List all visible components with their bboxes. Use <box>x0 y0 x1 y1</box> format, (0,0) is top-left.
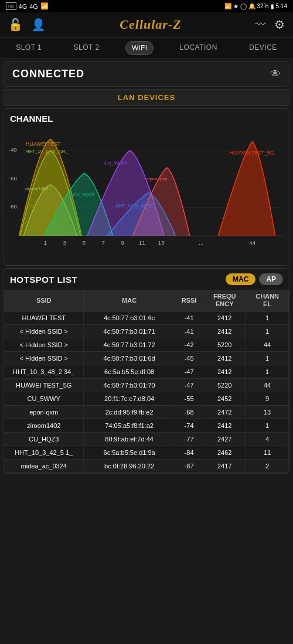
svg-text:3: 3 <box>63 239 66 246</box>
hotspot-section: HOTSPOT LIST MAC AP SSID MAC RSSI FREQUE… <box>4 268 289 474</box>
table-row: < Hidden SSID > 4c:50:77:b3:01:6d -45 24… <box>4 352 289 365</box>
table-row: midea_ac_0324 bc:0f:28:96:20:22 -87 2417… <box>4 460 289 473</box>
cell-ssid: < Hidden SSID > <box>4 325 84 338</box>
alarm-icon: ◯ <box>240 3 247 9</box>
svg-text:-60: -60 <box>9 175 18 181</box>
cell-rssi: -41 <box>175 311 203 325</box>
table-row: epon-qxm 2c:dd:95:f9:fb:e2 -68 2472 13 <box>4 406 289 419</box>
table-row: HUAWEI TEST_5G 4c:50:77:b3:01:70 -47 522… <box>4 379 289 392</box>
cell-channel: 4 <box>246 433 289 446</box>
cell-ssid: < Hidden SSID > <box>4 338 84 352</box>
cell-rssi: -84 <box>175 446 203 460</box>
cell-rssi: -47 <box>175 379 203 392</box>
svg-text:9: 9 <box>121 239 124 246</box>
table-row: HHT_10_3_48_2 34_ 6c:5a:b5:5e:df:08 -47 … <box>4 365 289 379</box>
battery-pct: 32% <box>257 3 269 9</box>
cell-channel: 9 <box>246 392 289 406</box>
cell-rssi: -42 <box>175 338 203 352</box>
cell-mac: 80:9f:ab:ef:7d:44 <box>84 433 175 446</box>
eye-icon[interactable]: 👁︎ <box>270 68 281 80</box>
svg-text:-80: -80 <box>9 203 18 210</box>
cell-rssi: -68 <box>175 406 203 419</box>
gear-icon[interactable]: ⚙ <box>274 18 285 32</box>
tab-location[interactable]: LOCATION <box>173 41 223 55</box>
col-freq: FREQUENCY <box>203 290 246 311</box>
channel-title: CHANNEL <box>8 114 285 124</box>
table-row: HUAWEI TEST 4c:50:77:b3:01:6c -41 2412 1 <box>4 311 289 325</box>
cell-channel: 1 <box>246 365 289 379</box>
table-row: HHT_10_3_42_5 1_ 6c:5a:b5:5e:d1:9a -84 2… <box>4 446 289 460</box>
mac-button[interactable]: MAC <box>226 273 255 285</box>
cell-rssi: -74 <box>175 419 203 433</box>
table-row: ziroom1402 74:05:a5:f8:f1:a2 -74 2412 1 <box>4 419 289 433</box>
app-header: 🔓 👤 Cellular-Z 〰 ⚙ <box>0 12 293 37</box>
tab-slot2[interactable]: SLOT 2 <box>68 41 105 55</box>
col-chan: CHANNEL <box>246 290 289 311</box>
tab-slot1[interactable]: SLOT 1 <box>10 41 47 55</box>
svg-text:13: 13 <box>158 239 165 246</box>
cell-freq: 2412 <box>203 325 246 338</box>
cell-freq: 2462 <box>203 446 246 460</box>
cell-ssid: HUAWEI TEST <box>4 311 84 325</box>
col-rssi: RSSI <box>175 290 203 311</box>
connected-label: CONNECTED <box>12 68 84 80</box>
lock-icon[interactable]: 🔓 <box>8 18 23 32</box>
cell-ssid: HHT_10_3_42_5 1_ <box>4 446 84 460</box>
col-ssid: SSID <box>4 290 84 311</box>
cell-mac: 4c:50:77:b3:01:70 <box>84 379 175 392</box>
lan-devices-bar[interactable]: LAN DEVICES <box>4 89 289 106</box>
table-row: CU_5WWY 20:f1:7c:e7:d8:04 -55 2452 9 <box>4 392 289 406</box>
status-left: HD 4G 4G 📶 <box>6 2 49 10</box>
cell-mac: 2c:dd:95:f9:fb:e2 <box>84 406 175 419</box>
cell-ssid: midea_ac_0324 <box>4 460 84 473</box>
cell-channel: 2 <box>246 460 289 473</box>
hotspot-title: HOTSPOT LIST <box>10 275 77 285</box>
cell-freq: 2427 <box>203 433 246 446</box>
table-row: CU_HQZ3 80:9f:ab:ef:7d:44 -77 2427 4 <box>4 433 289 446</box>
status-bar: HD 4G 4G 📶 📶 ★ ◯ 🔔 32% ▮ 5:14 <box>0 0 293 12</box>
ap-button[interactable]: AP <box>259 273 283 285</box>
cell-mac: 4c:50:77:b3:01:6c <box>84 311 175 325</box>
svg-text:7: 7 <box>101 239 104 246</box>
cell-freq: 2412 <box>203 311 246 325</box>
signal-icon: 📶 <box>40 2 49 10</box>
cell-mac: 74:05:a5:f8:f1:a2 <box>84 419 175 433</box>
cell-freq: 5220 <box>203 379 246 392</box>
wave-icon[interactable]: 〰 <box>255 19 266 31</box>
connected-bar: CONNECTED 👁︎ <box>4 61 289 87</box>
tab-device[interactable]: DEVICE <box>243 41 283 55</box>
time: 5:14 <box>276 3 287 9</box>
col-mac: MAC <box>84 290 175 311</box>
cell-channel: 1 <box>246 419 289 433</box>
cell-channel: 13 <box>246 406 289 419</box>
tab-wifi[interactable]: WiFi <box>125 41 154 55</box>
cell-channel: 1 <box>246 325 289 338</box>
cell-ssid: HUAWEI TEST_5G <box>4 379 84 392</box>
right-icons: 〰 ⚙ <box>255 18 285 32</box>
hotspot-table: SSID MAC RSSI FREQUENCY CHANNEL HUAWEI T… <box>4 290 289 473</box>
cell-freq: 2452 <box>203 392 246 406</box>
cell-ssid: < Hidden SSID > <box>4 352 84 365</box>
cell-ssid: CU_HQZ3 <box>4 433 84 446</box>
person-icon[interactable]: 👤 <box>31 18 46 32</box>
channel-chart: -40 -60 -80 HUAWEI TEST HHT_10_3_48_234_… <box>8 127 285 262</box>
cell-mac: 4c:50:77:b3:01:72 <box>84 338 175 352</box>
nav-tabs: SLOT 1 SLOT 2 WiFi LOCATION DEVICE <box>0 37 293 59</box>
cell-freq: 2412 <box>203 352 246 365</box>
network-type2: 4G <box>29 3 38 10</box>
svg-text:1: 1 <box>43 239 46 246</box>
cell-rssi: -77 <box>175 433 203 446</box>
bluetooth-icon: 📶 <box>224 3 231 9</box>
volume-icon: 🔔 <box>248 3 255 9</box>
svg-text:11: 11 <box>139 239 145 246</box>
cell-rssi: -87 <box>175 460 203 473</box>
svg-text:...: ... <box>199 239 203 246</box>
channel-section: CHANNEL -40 -60 -80 HUAWEI TEST HHT_10_3… <box>4 108 289 266</box>
cell-channel: 44 <box>246 379 289 392</box>
cell-rssi: -41 <box>175 325 203 338</box>
table-row: < Hidden SSID > 4c:50:77:b3:01:72 -42 52… <box>4 338 289 352</box>
cell-mac: bc:0f:28:96:20:22 <box>84 460 175 473</box>
cell-ssid: epon-qxm <box>4 406 84 419</box>
hd-badge: HD <box>6 2 16 10</box>
left-icons: 🔓 👤 <box>8 18 46 32</box>
